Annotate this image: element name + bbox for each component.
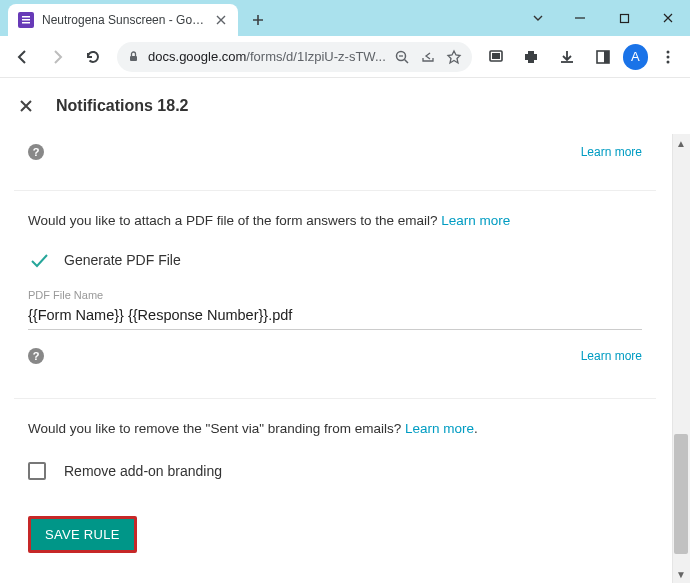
svg-rect-4 xyxy=(130,56,137,61)
window-controls xyxy=(518,0,690,36)
scroll-thumb[interactable] xyxy=(674,434,688,554)
branding-section: Would you like to remove the "Sent via" … xyxy=(14,398,656,491)
forms-favicon xyxy=(18,12,34,28)
svg-point-12 xyxy=(667,60,670,63)
svg-point-11 xyxy=(667,55,670,58)
bookmark-icon[interactable] xyxy=(446,49,462,65)
browser-tab[interactable]: Neutrogena Sunscreen - Google xyxy=(8,4,238,36)
help-icon[interactable]: ? xyxy=(28,144,44,160)
share-icon[interactable] xyxy=(420,49,436,65)
svg-point-10 xyxy=(667,50,670,53)
scrollbar[interactable]: ▲ ▼ xyxy=(672,134,690,583)
reload-button[interactable] xyxy=(77,41,109,73)
learn-more-link[interactable]: Learn more xyxy=(581,145,642,159)
dialog-header: Notifications 18.2 xyxy=(0,78,690,134)
downloads-icon[interactable] xyxy=(551,41,583,73)
tab-close-icon[interactable] xyxy=(214,13,228,27)
minimize-icon[interactable] xyxy=(558,0,602,36)
pdf-filename-label: PDF File Name xyxy=(28,289,642,301)
tab-title: Neutrogena Sunscreen - Google xyxy=(42,13,206,27)
pdf-section: Would you like to attach a PDF file of t… xyxy=(14,190,656,338)
svg-rect-3 xyxy=(620,14,628,22)
address-bar[interactable]: docs.google.com/forms/d/1IzpiU-z-sTW... xyxy=(117,42,472,72)
zoom-icon[interactable] xyxy=(394,49,410,65)
branding-question: Would you like to remove the "Sent via" … xyxy=(28,419,642,439)
cast-icon[interactable] xyxy=(480,41,512,73)
generate-pdf-label: Generate PDF File xyxy=(64,252,181,268)
pdf-question: Would you like to attach a PDF file of t… xyxy=(28,211,642,231)
scroll-down-icon[interactable]: ▼ xyxy=(672,565,690,583)
forward-button[interactable] xyxy=(42,41,74,73)
svg-rect-2 xyxy=(22,22,30,24)
browser-toolbar: docs.google.com/forms/d/1IzpiU-z-sTW... … xyxy=(0,36,690,78)
lock-icon xyxy=(127,50,140,63)
close-dialog-icon[interactable] xyxy=(18,98,34,114)
menu-icon[interactable] xyxy=(652,41,684,73)
check-icon[interactable] xyxy=(28,249,50,271)
dialog-title: Notifications 18.2 xyxy=(56,97,188,115)
url-text: docs.google.com/forms/d/1IzpiU-z-sTW... xyxy=(148,49,386,64)
branding-learn-more-link[interactable]: Learn more xyxy=(405,421,474,436)
window-titlebar: Neutrogena Sunscreen - Google xyxy=(0,0,690,36)
save-rule-button[interactable]: SAVE RULE xyxy=(28,516,137,553)
extensions-icon[interactable] xyxy=(515,41,547,73)
scroll-up-icon[interactable]: ▲ xyxy=(672,134,690,152)
branding-checkbox-label: Remove add-on branding xyxy=(64,463,222,479)
branding-checkbox[interactable] xyxy=(28,462,46,480)
tab-search-icon[interactable] xyxy=(518,0,558,36)
learn-more-link[interactable]: Learn more xyxy=(581,349,642,363)
new-tab-button[interactable] xyxy=(244,6,272,34)
svg-rect-9 xyxy=(604,51,609,63)
svg-rect-0 xyxy=(22,16,30,18)
profile-avatar[interactable]: A xyxy=(623,44,649,70)
dialog-content: ? Learn more Would you like to attach a … xyxy=(0,134,670,583)
svg-rect-7 xyxy=(492,53,500,59)
pdf-filename-input[interactable] xyxy=(28,301,642,330)
help-icon[interactable]: ? xyxy=(28,348,44,364)
svg-rect-1 xyxy=(22,19,30,21)
close-window-icon[interactable] xyxy=(646,0,690,36)
pdf-learn-more-link[interactable]: Learn more xyxy=(441,213,510,228)
back-button[interactable] xyxy=(6,41,38,73)
maximize-icon[interactable] xyxy=(602,0,646,36)
sidepanel-icon[interactable] xyxy=(587,41,619,73)
